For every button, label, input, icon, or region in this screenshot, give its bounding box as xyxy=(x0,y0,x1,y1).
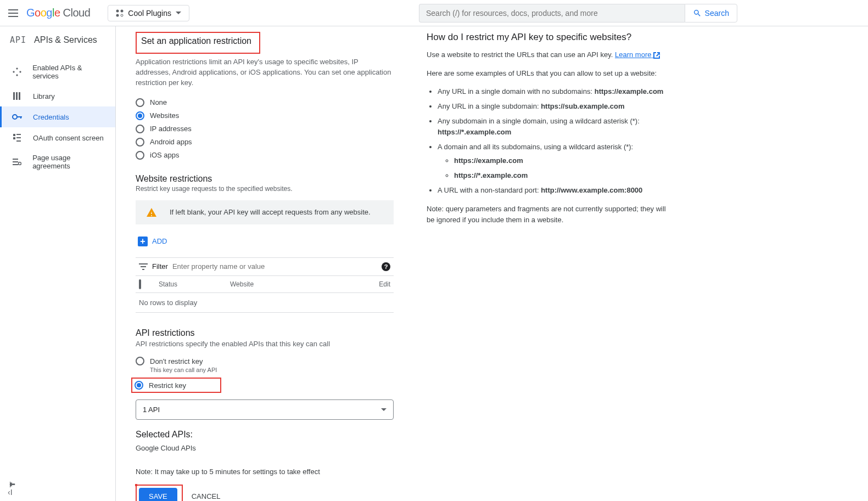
selected-apis-title: Selected APIs: xyxy=(136,430,394,440)
hamburger-icon[interactable] xyxy=(7,7,20,20)
svg-rect-19 xyxy=(139,263,148,264)
dropdown-icon xyxy=(176,12,181,15)
col-edit: Edit xyxy=(368,280,390,288)
api-restriction-title: API restrictions xyxy=(136,328,394,338)
radio-icon xyxy=(136,357,144,365)
svg-point-7 xyxy=(13,115,17,119)
help-list: Any URL in a single domain with no subdo… xyxy=(427,86,668,196)
svg-point-0 xyxy=(116,9,119,12)
key-icon xyxy=(12,112,22,122)
web-restriction-title: Website restrictions xyxy=(136,174,394,184)
sidebar-title: APIs & Services xyxy=(34,35,97,45)
radio-icon xyxy=(136,125,144,133)
cancel-button[interactable]: CANCEL xyxy=(192,492,221,500)
api-restriction-desc: API restrictions specify the enabled API… xyxy=(136,339,394,350)
api-dropdown[interactable]: 1 API xyxy=(136,399,394,420)
svg-rect-10 xyxy=(13,134,15,136)
filter-input[interactable] xyxy=(172,262,377,271)
radio-icon xyxy=(135,381,143,390)
project-name: Cool Plugins xyxy=(128,9,171,18)
help-item: Any subdomain in a single domain, using … xyxy=(438,116,668,139)
highlight-save: SAVE xyxy=(136,485,183,501)
help-panel: How do I restrict my API key to specific… xyxy=(427,32,668,479)
svg-point-2 xyxy=(116,14,119,16)
sidebar-item-library[interactable]: Library xyxy=(0,86,115,106)
plus-icon: + xyxy=(138,237,148,246)
help-item: A domain and all its subdomains, using a… xyxy=(438,142,668,181)
svg-point-1 xyxy=(121,9,124,12)
help-title: How do I restrict my API key to specific… xyxy=(427,32,668,43)
top-bar: Google Cloud Cool Plugins Search xyxy=(0,0,868,26)
help-note: Note: query parameters and fragments are… xyxy=(427,204,668,225)
radio-ip[interactable]: IP addresses xyxy=(136,122,394,136)
svg-rect-17 xyxy=(13,164,18,165)
help-intro: Use a website to restrict the URLs that … xyxy=(427,49,668,60)
collapse-sidebar-icon[interactable]: ‹І xyxy=(9,481,18,497)
col-website: Website xyxy=(230,280,368,288)
sidebar-item-usage[interactable]: Page usage agreements xyxy=(0,148,115,176)
svg-rect-11 xyxy=(16,134,21,135)
svg-rect-5 xyxy=(16,92,18,100)
help-item: Any URL in a single domain with no subdo… xyxy=(438,86,668,98)
project-picker[interactable]: Cool Plugins xyxy=(108,5,189,21)
highlight-restrict-key: Restrict key xyxy=(131,378,221,393)
filter-icon xyxy=(139,263,148,270)
dropdown-icon xyxy=(381,408,387,412)
learn-more-link[interactable]: Learn more xyxy=(615,50,660,59)
radio-icon xyxy=(136,138,144,147)
svg-rect-16 xyxy=(13,161,18,162)
svg-rect-4 xyxy=(13,92,15,100)
settings-note: Note: It may take up to 5 minutes for se… xyxy=(136,468,394,476)
radio-websites[interactable]: Websites xyxy=(136,109,394,122)
sidebar-header: API APIs & Services xyxy=(0,26,115,54)
svg-rect-6 xyxy=(19,92,20,100)
project-icon xyxy=(116,9,124,17)
svg-rect-14 xyxy=(16,140,21,142)
highlight-app-restriction: Set an application restriction xyxy=(136,32,260,54)
no-rows: No rows to display xyxy=(136,293,394,313)
table-header: Status Website Edit xyxy=(136,276,394,293)
sidebar-item-enabled[interactable]: Enabled APIs & services xyxy=(0,58,115,86)
help-item: A URL with a non-standard port: http://w… xyxy=(438,185,668,196)
web-restriction-desc: Restrict key usage requests to the speci… xyxy=(136,185,394,193)
sidebar-item-oauth[interactable]: OAuth consent screen xyxy=(0,127,115,148)
selected-api: Google Cloud APIs xyxy=(136,444,394,452)
filter-bar: Filter ? xyxy=(136,257,394,276)
svg-point-18 xyxy=(18,162,21,165)
search-icon xyxy=(693,9,702,18)
app-restriction-desc: Application restrictions limit an API ke… xyxy=(136,57,394,88)
filter-label: Filter xyxy=(152,262,168,271)
radio-none[interactable]: None xyxy=(136,96,394,109)
google-cloud-logo[interactable]: Google Cloud xyxy=(26,7,90,19)
radio-icon xyxy=(136,151,144,160)
save-button[interactable]: SAVE xyxy=(139,488,177,501)
search-button[interactable]: Search xyxy=(685,4,737,22)
library-icon xyxy=(12,91,22,101)
help-icon[interactable]: ? xyxy=(382,262,390,271)
warning-box: If left blank, your API key will accept … xyxy=(136,200,394,224)
warning-icon xyxy=(147,208,156,217)
warning-text: If left blank, your API key will accept … xyxy=(170,208,371,216)
top-search-container: Search xyxy=(196,4,861,22)
select-all-checkbox[interactable] xyxy=(139,279,141,289)
search-input[interactable] xyxy=(419,4,685,22)
radio-restrict[interactable]: Restrict key xyxy=(135,381,186,390)
help-item: Any URL in a single subdomain: https://s… xyxy=(438,101,668,112)
svg-rect-20 xyxy=(141,266,146,267)
radio-ios[interactable]: iOS apps xyxy=(136,149,394,162)
app-restriction-title: Set an application restriction xyxy=(141,36,251,46)
usage-icon xyxy=(12,157,21,167)
consent-icon xyxy=(12,133,22,143)
examples-intro: Here are some examples of URLs that you … xyxy=(427,68,668,79)
svg-rect-9 xyxy=(20,116,21,119)
main-content: Set an application restriction Applicati… xyxy=(116,26,868,501)
radio-android[interactable]: Android apps xyxy=(136,136,394,149)
svg-rect-12 xyxy=(13,137,15,139)
radio-dont-restrict[interactable]: Don't restrict key xyxy=(136,354,394,368)
svg-rect-15 xyxy=(13,159,18,160)
svg-rect-13 xyxy=(16,137,21,138)
col-status: Status xyxy=(159,280,230,288)
enabled-icon xyxy=(12,67,21,77)
add-button[interactable]: + ADD xyxy=(136,234,169,249)
sidebar-item-credentials[interactable]: Credentials xyxy=(0,106,115,127)
